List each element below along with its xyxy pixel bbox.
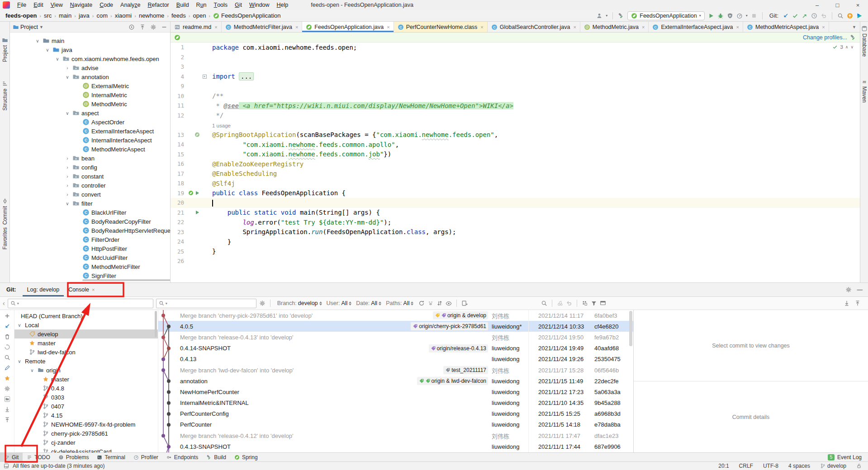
code-line[interactable]: 11 * @see <a href="https://wiki.n.miui.c… <box>171 101 860 111</box>
project-tree-hscrollbar[interactable] <box>82 279 171 281</box>
code-line[interactable]: 2 <box>171 52 860 62</box>
profiler-button[interactable] <box>736 12 743 19</box>
collapse-left-icon[interactable]: ‹ <box>3 300 5 307</box>
favorite-icon[interactable] <box>4 375 10 381</box>
branch-item[interactable]: lwd-dev-falcon <box>14 348 158 357</box>
branches-scrollbar[interactable] <box>155 311 157 337</box>
menu-refactor[interactable]: Refactor <box>144 0 173 10</box>
fetch-icon[interactable] <box>4 323 10 329</box>
ide-plugin-icon[interactable] <box>856 12 863 19</box>
git-rollback-button[interactable] <box>821 12 827 19</box>
code-line[interactable]: 22 log.error("test Try ${date:YY-mm-dd}"… <box>171 217 860 227</box>
project-tree-item[interactable]: ›advise <box>10 63 170 72</box>
project-tree-item[interactable]: CExternalInterfaceAspect <box>10 127 170 136</box>
project-tree-item[interactable]: ∨com.xiaomi.newhome.feeds.open <box>10 54 170 63</box>
project-tree-item[interactable]: ∨aspect <box>10 108 170 118</box>
project-tree-item[interactable]: ›constant <box>10 172 170 181</box>
code-line[interactable]: 3 <box>171 62 860 72</box>
breadcrumb-leaf[interactable]: FeedsOpenApplication <box>212 12 282 19</box>
tab-close-icon[interactable]: × <box>387 24 389 30</box>
code-line[interactable]: 4+import ... <box>171 72 860 82</box>
run-with-coverage-button[interactable] <box>727 12 733 19</box>
filter-date[interactable]: Date: All <box>356 300 381 306</box>
tool-button-favorites[interactable]: Favorites <box>0 227 9 249</box>
code-line[interactable]: 17@EnableScheduling <box>171 169 860 179</box>
code-line[interactable]: 10/** <box>171 91 860 101</box>
code-line[interactable]: 16@EnableZooKeeperRegistry <box>171 159 860 169</box>
branch-item[interactable]: ck-deleteAssistantCard <box>14 447 158 452</box>
project-tree-item[interactable]: CMdcUuidFilter <box>10 253 170 262</box>
hide-panel-button[interactable]: — <box>857 287 863 293</box>
maximize-button[interactable]: □ <box>827 0 848 10</box>
new-branch-icon[interactable] <box>4 313 10 319</box>
git-history-button[interactable] <box>811 12 817 19</box>
branch-item[interactable]: 0303 <box>14 393 158 402</box>
project-tree-item[interactable]: ›config <box>10 163 170 172</box>
branch-item[interactable]: develop <box>14 329 158 338</box>
tool-button-structure[interactable]: Structure <box>0 80 9 111</box>
toolwindow-button-build[interactable]: Build <box>202 453 230 461</box>
line-ending[interactable]: CRLF <box>739 463 753 469</box>
project-tree-item[interactable]: CSignFilter <box>10 271 170 280</box>
tool-windows-icon[interactable] <box>4 463 9 469</box>
tab-close-icon[interactable]: × <box>736 24 739 30</box>
code-line[interactable]: 19public class FeedsOpenApplication { <box>171 188 860 198</box>
hidden-tabs-chevron[interactable]: ▼ <box>849 22 860 32</box>
tab-close-icon[interactable]: × <box>480 24 483 30</box>
project-tree-item[interactable]: CInternalInterfaceAspect <box>10 136 170 145</box>
tab-close-icon[interactable]: × <box>214 24 217 30</box>
commit-row[interactable]: InternalMetric&INTERNALliuweidong2021/11… <box>158 398 633 409</box>
project-tree-item[interactable]: @InternalMetric <box>10 90 170 99</box>
commit-row[interactable]: 4.0.5origin/cherry-pick-29785d61liuweido… <box>158 321 633 332</box>
collapse-all-icon[interactable] <box>854 300 861 306</box>
settings-icon[interactable] <box>4 385 10 392</box>
expand-all-icon[interactable] <box>844 300 850 306</box>
menu-build[interactable]: Build <box>173 0 193 10</box>
breadcrumb-item[interactable]: xiaomi <box>114 12 133 19</box>
minimize-button[interactable]: – <box>807 0 827 10</box>
project-tree-item[interactable]: ›controller <box>10 181 170 190</box>
git-push-button[interactable] <box>802 12 808 19</box>
editor-tab[interactable]: CMethodMetricFilter.java× <box>222 22 303 32</box>
commit-ref-chip[interactable]: origin/release-0.4.13 <box>429 344 488 352</box>
toolwindow-button-endpoints[interactable]: Endpoints <box>162 453 202 461</box>
menu-file[interactable]: File <box>14 0 30 10</box>
editor-tab[interactable]: FeedsOpenApplication.java× <box>302 22 394 32</box>
tool-button-commit[interactable]: Commit <box>0 198 9 225</box>
project-tree-item[interactable]: CBodyReaderCopyFilter <box>10 217 170 226</box>
commit-ref-chip[interactable]: origin & lwd-dev-falcon <box>417 377 488 385</box>
panel-settings-button[interactable] <box>150 24 157 30</box>
branch-item[interactable]: ∨Local <box>14 320 158 329</box>
project-tree-item[interactable]: ∨annotation <box>10 72 170 81</box>
branch-item[interactable]: 0.4.8 <box>14 384 158 393</box>
branch-item[interactable]: ∨origin <box>14 366 158 375</box>
git-branch-widget[interactable]: develop <box>820 463 846 469</box>
tool-button-maven[interactable]: mMaven <box>860 78 868 103</box>
git-panel-tab-console[interactable]: Console× <box>64 283 99 296</box>
search-magnifier-icon[interactable] <box>541 300 547 306</box>
commit-row[interactable]: annotationorigin & lwd-dev-falconliuweid… <box>158 376 633 386</box>
branch-item[interactable]: cj-zander <box>14 438 158 447</box>
editor-tab[interactable]: CPerfCounterNewHome.class× <box>394 22 488 32</box>
branch-item[interactable]: HEAD (Current Branch) <box>14 311 158 320</box>
project-tree-item[interactable]: CHttpPostFilter <box>10 244 170 253</box>
breadcrumb-item[interactable]: open <box>192 12 207 19</box>
commit-row[interactable]: Merge branch 'release-0.4.12' into 'deve… <box>158 430 633 441</box>
wrench-icon[interactable] <box>850 34 856 41</box>
refresh-icon[interactable] <box>418 300 425 306</box>
branch-search-input[interactable]: ▾ <box>8 299 153 308</box>
project-tree-item[interactable]: ›convert <box>10 190 170 199</box>
branch-item[interactable]: master <box>14 338 158 348</box>
breadcrumb-item[interactable]: src <box>43 12 52 19</box>
project-panel-title[interactable]: Project ▼ <box>13 24 43 30</box>
indent-style[interactable]: 4 spaces <box>788 463 810 469</box>
commit-row[interactable]: 0.4.13-SNAPSHOTliuweidong2021/11/1 17:44… <box>158 441 633 452</box>
sort-icon[interactable] <box>436 300 443 306</box>
change-profiles-link[interactable]: Change profiles... <box>803 34 847 41</box>
search-everywhere-button[interactable] <box>837 12 844 19</box>
project-tree-item[interactable]: ∨main <box>10 36 170 45</box>
editor-tab[interactable]: CGlobalSearchController.java× <box>488 22 580 32</box>
eye-icon[interactable] <box>446 300 452 306</box>
commit-search-input[interactable]: ▾ <box>156 299 256 308</box>
stop-button[interactable] <box>751 12 757 19</box>
